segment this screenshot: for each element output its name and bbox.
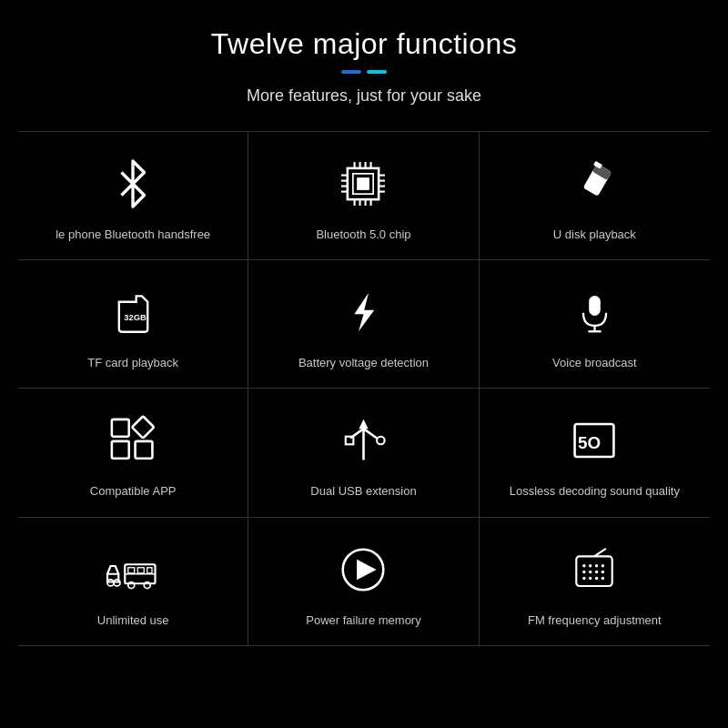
lossless-label: Lossless decoding sound quality — [510, 483, 680, 500]
feature-u-disk: U disk playback — [480, 132, 710, 260]
svg-point-58 — [602, 570, 604, 572]
svg-point-61 — [595, 576, 598, 579]
feature-power-failure: Power failure memory — [248, 518, 479, 646]
svg-text:5O: 5O — [578, 433, 601, 452]
power-failure-label: Power failure memory — [306, 612, 420, 629]
svg-line-33 — [363, 430, 377, 439]
feature-bluetooth-chip: Bluetooth 5.0 chip — [248, 132, 479, 260]
unlimited-use-label: Unlimited use — [97, 612, 169, 629]
svg-rect-2 — [358, 177, 370, 190]
bluetooth-chip-label: Bluetooth 5.0 chip — [316, 227, 410, 243]
page-subtitle: More features, just for your sake — [247, 86, 481, 106]
svg-rect-27 — [112, 420, 129, 437]
feature-compatible-app: Compatible APP — [18, 389, 248, 517]
compatible-app-icon — [101, 409, 165, 472]
dot-blue — [341, 70, 361, 74]
voice-broadcast-label: Voice broadcast — [552, 355, 637, 371]
divider-dots — [341, 70, 387, 74]
battery-voltage-icon — [331, 280, 395, 344]
feature-fm-frequency: FM frequency adjustment — [480, 518, 710, 646]
svg-point-60 — [589, 576, 592, 579]
svg-point-56 — [589, 570, 592, 572]
compatible-app-label: Compatible APP — [90, 483, 177, 500]
svg-point-62 — [602, 576, 604, 579]
feature-bluetooth-handsfree: le phone Bluetooth handsfree — [18, 132, 248, 260]
power-failure-icon — [331, 538, 395, 602]
svg-rect-50 — [577, 556, 612, 586]
lossless-icon: 5O — [562, 409, 626, 472]
svg-marker-36 — [359, 420, 368, 429]
tf-card-icon: 32GB — [101, 280, 165, 344]
feature-unlimited-use: Unlimited use — [18, 518, 248, 646]
battery-voltage-label: Battery voltage detection — [298, 355, 429, 371]
svg-rect-30 — [136, 441, 153, 459]
svg-point-35 — [377, 437, 385, 445]
feature-voice-broadcast: Voice broadcast — [480, 260, 710, 389]
dual-usb-icon — [331, 409, 395, 472]
svg-point-52 — [589, 564, 592, 567]
fm-frequency-label: FM frequency adjustment — [528, 612, 662, 629]
svg-rect-43 — [137, 568, 144, 573]
u-disk-icon — [562, 152, 626, 216]
feature-tf-card: 32GB TF card playback — [18, 260, 248, 389]
u-disk-label: U disk playback — [553, 227, 636, 243]
bluetooth-handsfree-icon — [101, 152, 165, 216]
bluetooth-chip-icon — [331, 152, 395, 216]
dot-cyan — [367, 70, 387, 74]
page: Twelve major functions More features, ju… — [0, 0, 728, 728]
svg-rect-29 — [132, 417, 154, 439]
svg-text:32GB: 32GB — [124, 312, 147, 322]
page-title: Twelve major functions — [211, 27, 517, 61]
svg-rect-42 — [128, 568, 135, 573]
svg-line-63 — [594, 548, 606, 556]
svg-point-57 — [595, 570, 598, 572]
svg-point-53 — [595, 564, 598, 567]
svg-point-55 — [582, 570, 585, 572]
svg-point-54 — [602, 564, 604, 567]
svg-marker-23 — [354, 293, 374, 331]
features-grid: le phone Bluetooth handsfree — [18, 131, 710, 646]
svg-marker-49 — [358, 559, 377, 579]
svg-rect-28 — [112, 441, 129, 459]
feature-dual-usb: Dual USB extension — [248, 389, 479, 517]
tf-card-label: TF card playback — [87, 355, 178, 371]
dual-usb-label: Dual USB extension — [310, 483, 416, 500]
svg-point-51 — [582, 564, 585, 567]
svg-rect-44 — [147, 568, 152, 573]
svg-rect-24 — [589, 296, 601, 316]
feature-battery-voltage: Battery voltage detection — [248, 260, 479, 389]
feature-lossless: 5O Lossless decoding sound quality — [480, 389, 710, 517]
voice-broadcast-icon — [562, 280, 626, 344]
fm-frequency-icon — [562, 538, 626, 602]
bluetooth-handsfree-label: le phone Bluetooth handsfree — [56, 227, 210, 243]
svg-point-59 — [582, 576, 585, 579]
unlimited-use-icon — [101, 538, 165, 602]
